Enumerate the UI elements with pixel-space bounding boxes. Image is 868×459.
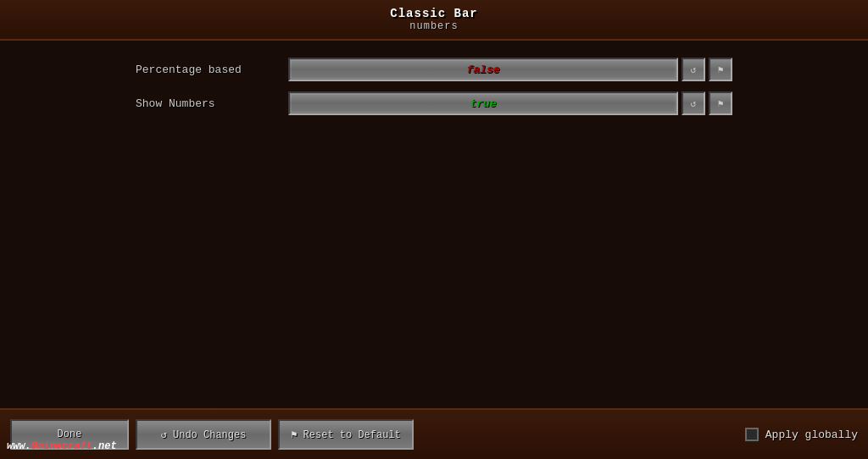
apply-globally-label[interactable]: Apply globally [765, 429, 858, 441]
apply-globally-container: Apply globally [745, 428, 858, 441]
pin-btn-shownumbers[interactable]: ⚑ [709, 91, 732, 115]
page-title-main: Classic Bar [390, 7, 477, 20]
settings-area: Percentage based false ↺ ⚑ Show Numbers … [0, 41, 868, 408]
setting-row-percentage: Percentage based false ↺ ⚑ [0, 54, 868, 85]
reset-icon-shownumbers: ↺ [691, 98, 697, 109]
pin-icon-shownumbers: ⚑ [718, 98, 724, 109]
pin-btn-percentage[interactable]: ⚑ [709, 58, 732, 81]
setting-row-shownumbers: Show Numbers true ↺ ⚑ [0, 88, 868, 119]
apply-globally-checkbox[interactable] [745, 428, 759, 441]
bottom-bar: www.9minecraft.net Done ↺ Undo Changes ⚑… [0, 408, 868, 459]
reset-button[interactable]: ⚑ Reset to Default [278, 419, 414, 450]
page-title-sub: numbers [409, 20, 458, 32]
pin-icon-percentage: ⚑ [718, 64, 724, 75]
reset-btn-shownumbers[interactable]: ↺ [682, 91, 705, 115]
toggle-value-shownumbers: true [470, 97, 496, 110]
watermark: www.9minecraft.net [7, 440, 117, 452]
watermark-text: www. [7, 440, 31, 452]
reset-icon-percentage: ↺ [691, 64, 697, 75]
toggle-shownumbers[interactable]: true [288, 91, 678, 115]
undo-button[interactable]: ↺ Undo Changes [136, 419, 271, 450]
header-bar: Classic Bar numbers [0, 0, 868, 41]
toggle-value-percentage: false [466, 64, 499, 76]
reset-btn-percentage[interactable]: ↺ [682, 58, 705, 81]
setting-label-percentage: Percentage based [136, 64, 288, 76]
toggle-percentage[interactable]: false [288, 58, 678, 81]
setting-label-shownumbers: Show Numbers [136, 97, 288, 110]
